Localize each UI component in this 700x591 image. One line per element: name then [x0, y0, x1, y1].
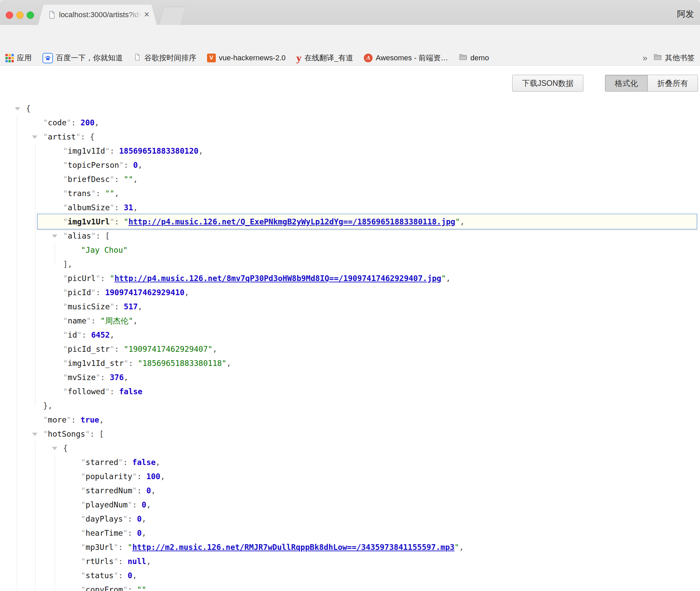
json-row: "starred": false,: [0, 455, 700, 469]
apps-label: 应用: [17, 53, 32, 63]
json-row: "topicPerson": 0,: [0, 158, 700, 172]
page-content: 下载JSON数据 格式化 折叠所有 {"code": 200,"artist":…: [0, 66, 700, 591]
json-row: "popularity": 100,: [0, 469, 700, 484]
bookmark-folder-demo[interactable]: demo: [459, 53, 489, 63]
window-close-button[interactable]: [6, 11, 13, 19]
json-row: "trans": "",: [0, 186, 700, 200]
bookmarks-overflow-icon[interactable]: »: [643, 53, 647, 63]
bookmark-google-sort[interactable]: 谷歌按时间排序: [134, 53, 196, 63]
json-row: "picId": 19097417462929410,: [0, 285, 700, 300]
json-row: "playedNum": 0,: [0, 498, 700, 512]
json-row: "more": true,: [0, 413, 700, 427]
json-row: "id": 6452,: [0, 328, 700, 342]
bookmark-label: 在线翻译_有道: [304, 53, 353, 63]
json-link[interactable]: http://m2.music.126.net/RMJR7wDullRqppBk…: [132, 543, 454, 552]
bookmark-label: 其他书签: [665, 53, 695, 63]
collapse-toggle-icon[interactable]: [32, 433, 37, 436]
browser-window: localhost:3000/artists?id=645 × 阿发 local…: [0, 0, 700, 591]
youdao-icon: y: [296, 54, 301, 62]
toolbar: localhost:3000/artists?id=6452 英en FE T: [0, 25, 700, 51]
json-row: "copyFrom": "",: [0, 583, 700, 591]
format-segmented-control: 格式化 折叠所有: [605, 75, 698, 92]
indent-guide: [55, 455, 55, 591]
json-row: "picId_str": "19097417462929407",: [0, 342, 700, 356]
json-row: "alias": [: [0, 229, 700, 243]
folder-icon: [653, 53, 662, 63]
json-row: "mp3Url": "http://m2.music.126.net/RMJR7…: [0, 540, 700, 554]
baidu-paw-icon: [42, 53, 53, 63]
traffic-lights: [6, 11, 34, 19]
json-row: },: [0, 399, 700, 413]
new-tab-button[interactable]: [158, 7, 186, 25]
collapse-toggle-icon[interactable]: [52, 235, 57, 238]
json-row: "briefDesc": "",: [0, 172, 700, 186]
json-row: {: [0, 441, 700, 455]
json-row: "artist": {: [0, 130, 700, 144]
json-link[interactable]: http://p4.music.126.net/Q_ExePNkmgB2yWyL…: [128, 217, 455, 226]
apps-button[interactable]: 应用: [5, 53, 32, 63]
apps-grid-icon: [5, 54, 14, 62]
indent-guide: [17, 116, 17, 591]
bookmark-label: 谷歌按时间排序: [144, 53, 196, 63]
collapse-toggle-icon[interactable]: [15, 107, 20, 111]
bookmark-label: 百度一下，你就知道: [56, 53, 123, 63]
tab-close-icon[interactable]: ×: [144, 5, 149, 25]
json-row: "dayPlays": 0,: [0, 512, 700, 526]
tab-bar: localhost:3000/artists?id=645 × 阿发: [0, 0, 700, 25]
bookmark-baidu[interactable]: 百度一下，你就知道: [42, 53, 123, 63]
json-row: "rtUrls": null,: [0, 554, 700, 568]
json-row: "followed": false: [0, 384, 700, 399]
page-favicon-icon: [48, 10, 56, 19]
json-row: "picUrl": "http://p4.music.126.net/8mv7q…: [0, 271, 700, 285]
json-row: "mvSize": 376,: [0, 370, 700, 384]
json-row: "img1v1Id_str": "18569651883380118",: [0, 356, 700, 370]
json-row: "starredNum": 0,: [0, 484, 700, 498]
window-zoom-button[interactable]: [27, 11, 34, 19]
vue-orange-icon: V: [207, 54, 216, 62]
window-minimize-button[interactable]: [16, 11, 24, 19]
collapse-toggle-icon[interactable]: [32, 135, 37, 139]
bookmark-label: vue-hackernews-2.0: [219, 54, 286, 62]
json-row: {: [0, 101, 700, 116]
json-row: "status": 0,: [0, 568, 700, 583]
collapse-toggle-icon[interactable]: [52, 447, 57, 450]
json-row: "hotSongs": [: [0, 427, 700, 441]
download-json-button[interactable]: 下载JSON数据: [512, 75, 583, 92]
json-row: "musicSize": 517,: [0, 300, 700, 314]
json-row: "img1v1Url": "http://p4.music.126.net/Q_…: [0, 215, 700, 229]
folder-icon: [459, 53, 467, 63]
indent-guide: [55, 243, 55, 264]
page-icon: [134, 53, 141, 63]
bookmarks-bar: 应用 百度一下，你就知道 谷歌按时间排序 V vue-hackernews-2.…: [0, 51, 700, 66]
json-row: "albumSize": 31,: [0, 200, 700, 215]
json-row: "img1v1Id": 18569651883380120,: [0, 144, 700, 158]
json-row: ],: [0, 257, 700, 271]
json-row: "Jay Chou": [0, 243, 700, 257]
indent-guide: [35, 144, 35, 406]
json-row: "code": 200,: [0, 116, 700, 130]
format-button[interactable]: 格式化: [605, 75, 648, 92]
profile-label[interactable]: 阿发: [677, 0, 694, 25]
collapse-all-button[interactable]: 折叠所有: [647, 75, 698, 92]
bookmark-label: demo: [470, 54, 489, 62]
bookmark-awesomes[interactable]: A Awesomes - 前端资…: [364, 53, 448, 63]
json-row: "name": "周杰伦",: [0, 314, 700, 328]
indent-guide: [35, 441, 35, 591]
bookmark-vue-hackernews[interactable]: V vue-hackernews-2.0: [207, 54, 286, 62]
bookmark-label: Awesomes - 前端资…: [376, 53, 448, 63]
bookmark-other-folder[interactable]: 其他书签: [653, 53, 695, 63]
json-link[interactable]: http://p4.music.126.net/8mv7qP30Pd3oHW8b…: [114, 274, 441, 283]
json-row: "hearTime": 0,: [0, 526, 700, 540]
browser-tab[interactable]: localhost:3000/artists?id=645 ×: [38, 5, 157, 25]
bookmark-youdao[interactable]: y 在线翻译_有道: [296, 53, 353, 63]
awesomes-icon: A: [364, 54, 373, 62]
json-tree: {"code": 200,"artist": {"img1v1Id": 1856…: [0, 101, 700, 591]
